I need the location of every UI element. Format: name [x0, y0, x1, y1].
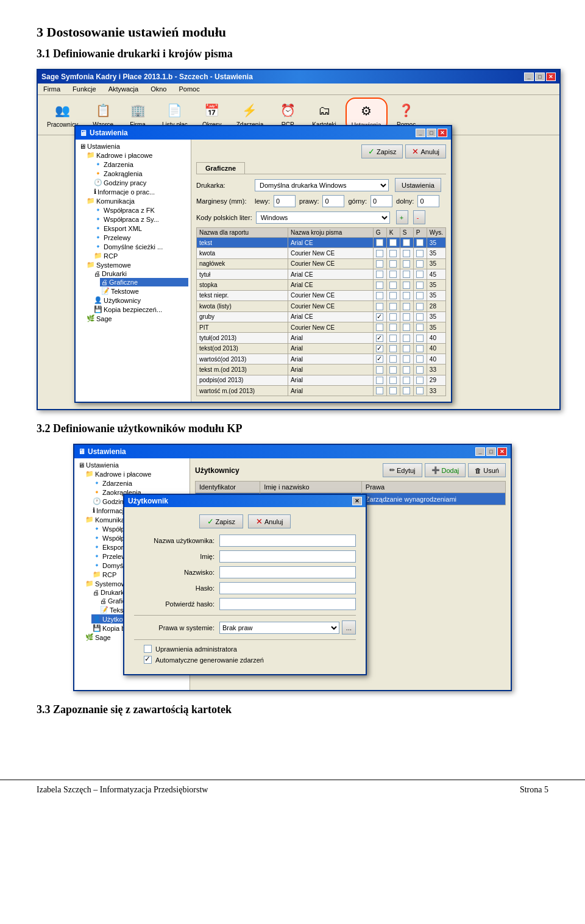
user-subdialog-close[interactable]: ✕	[352, 497, 362, 505]
font-checkbox[interactable]	[376, 282, 383, 289]
font-checkbox[interactable]	[403, 324, 410, 331]
tree-komunikacja[interactable]: 📁 Komunikacja	[85, 196, 188, 205]
font-checkbox[interactable]	[376, 313, 383, 321]
font-table-row[interactable]: nagłówekCourier New CE35	[197, 258, 446, 269]
user-username-input[interactable]	[219, 535, 356, 547]
font-table-row[interactable]: tytułArial CE45	[197, 269, 446, 280]
font-table-row[interactable]: tekstArial CE35	[197, 238, 446, 248]
font-table-row[interactable]: tekst m.(od 2013)Arial33	[197, 364, 446, 375]
maximize-button[interactable]: □	[535, 73, 545, 81]
font-checkbox[interactable]	[403, 292, 410, 299]
users-window-controls[interactable]: _ □ ✕	[475, 447, 507, 456]
tree-systemowe[interactable]: 📁 Systemowe	[85, 260, 188, 269]
font-checkbox[interactable]	[403, 250, 410, 257]
menu-aktywacja[interactable]: Aktywacja	[107, 85, 141, 93]
user-haslo-input[interactable]	[219, 582, 356, 594]
tree-domyslne[interactable]: 🔹 Domyślne ścieżki ...	[93, 242, 188, 251]
user-rights-select[interactable]: Brak praw	[219, 622, 339, 634]
user-confirm-input[interactable]	[219, 598, 356, 610]
font-checkbox[interactable]	[403, 260, 410, 268]
font-checkbox[interactable]	[403, 313, 410, 321]
font-checkbox[interactable]	[389, 313, 397, 321]
tree-tekstowe[interactable]: 📝 Tekstowe	[100, 286, 188, 296]
font-checkbox[interactable]	[416, 345, 424, 352]
font-checkbox[interactable]	[376, 387, 383, 394]
font-table-row[interactable]: wartość(od 2013)Arial40	[197, 354, 446, 364]
font-checkbox[interactable]	[403, 345, 410, 352]
font-checkbox[interactable]	[389, 377, 397, 384]
font-checkbox[interactable]	[416, 260, 424, 268]
font-checkbox[interactable]	[403, 335, 410, 342]
font-checkbox[interactable]	[376, 377, 383, 384]
close-button[interactable]: ✕	[546, 73, 556, 81]
font-checkbox[interactable]	[416, 387, 424, 394]
font-checkbox[interactable]	[403, 355, 410, 363]
font-table-row[interactable]: kwota (listy)Courier New CE28	[197, 301, 446, 311]
codes-add-button[interactable]: +	[396, 210, 408, 224]
menu-okno[interactable]: Okno	[149, 85, 168, 93]
menu-funkcje[interactable]: Funkcje	[71, 85, 98, 93]
font-table-row[interactable]: tekst(od 2013)Arial40	[197, 343, 446, 354]
font-checkbox[interactable]	[389, 292, 397, 299]
font-checkbox[interactable]	[376, 250, 383, 257]
settings-controls[interactable]: _ □ ✕	[416, 129, 447, 137]
font-checkbox[interactable]	[389, 355, 397, 363]
font-checkbox[interactable]	[389, 239, 397, 246]
font-table-row[interactable]: wartość m.(od 2013)Arial33	[197, 386, 446, 396]
font-checkbox[interactable]	[416, 377, 424, 384]
font-checkbox[interactable]	[416, 250, 424, 257]
settings-maximize[interactable]: □	[427, 129, 436, 137]
menu-firma[interactable]: Firma	[41, 85, 62, 93]
font-checkbox[interactable]	[389, 345, 397, 352]
font-checkbox[interactable]	[416, 355, 424, 363]
users-tree-zdarzenia[interactable]: 🔹 Zdarzenia	[91, 478, 187, 488]
user-auto-checkbox[interactable]	[144, 656, 152, 664]
printer-settings-button[interactable]: Ustawienia	[395, 178, 441, 192]
tree-informacje[interactable]: ℹ Informacje o prac...	[93, 187, 188, 196]
font-checkbox[interactable]	[416, 271, 424, 278]
margin-top-input[interactable]	[370, 195, 392, 207]
font-checkbox[interactable]	[389, 324, 397, 331]
tree-rcp1[interactable]: 📁 RCP	[93, 251, 188, 260]
tree-godziny[interactable]: 🕐 Godziny pracy	[93, 178, 188, 187]
minimize-button[interactable]: _	[524, 73, 534, 81]
menu-pomoc[interactable]: Pomoc	[177, 85, 201, 93]
font-checkbox[interactable]	[376, 324, 383, 331]
cancel-button[interactable]: ✕ Anuluj	[405, 144, 446, 158]
tree-kopia[interactable]: 💾 Kopia bezpieczeń...	[93, 305, 188, 314]
margin-bottom-input[interactable]	[417, 195, 439, 207]
font-checkbox[interactable]	[376, 345, 383, 352]
font-checkbox[interactable]	[376, 366, 383, 374]
font-checkbox[interactable]	[376, 303, 383, 310]
font-table-row[interactable]: tytuł(od 2013)Arial40	[197, 333, 446, 343]
tree-zaokraglenia[interactable]: 🔸 Zaokrąglenia	[93, 169, 188, 178]
settings-close[interactable]: ✕	[438, 129, 447, 137]
font-checkbox[interactable]	[389, 387, 397, 394]
printer-select[interactable]: Domyślna drukarka Windows	[255, 179, 389, 191]
user-nazwisko-input[interactable]	[219, 566, 356, 578]
font-checkbox[interactable]	[376, 292, 383, 299]
font-checkbox[interactable]	[403, 387, 410, 394]
margin-right-input[interactable]	[322, 195, 344, 207]
font-checkbox[interactable]	[403, 303, 410, 310]
font-checkbox[interactable]	[389, 335, 397, 342]
delete-user-button[interactable]: 🗑 Usuń	[468, 463, 506, 477]
font-checkbox[interactable]	[416, 366, 424, 374]
font-checkbox[interactable]	[403, 282, 410, 289]
tree-wspolpracaFK[interactable]: 🔹 Współpraca z FK	[93, 205, 188, 215]
font-checkbox[interactable]	[376, 335, 383, 342]
sage-window-controls[interactable]: _ □ ✕	[524, 73, 556, 81]
tree-zdarzenia1[interactable]: 🔹 Zdarzenia	[93, 160, 188, 169]
add-user-button[interactable]: ➕ Dodaj	[425, 463, 466, 477]
settings-minimize[interactable]: _	[416, 129, 425, 137]
font-checkbox[interactable]	[389, 260, 397, 268]
codes-select[interactable]: Windows	[256, 211, 390, 224]
user-imie-input[interactable]	[219, 550, 356, 563]
font-table-row[interactable]: stopkaArial CE35	[197, 280, 446, 290]
tree-przelewy[interactable]: 🔹 Przelewy	[93, 233, 188, 242]
tree-ustawienia[interactable]: 🖥 Ustawienia	[78, 142, 188, 151]
user-save-button[interactable]: ✓ Zapisz	[199, 514, 243, 528]
save-button[interactable]: ✓ Zapisz	[361, 144, 403, 158]
font-checkbox[interactable]	[416, 324, 424, 331]
font-checkbox[interactable]	[389, 282, 397, 289]
